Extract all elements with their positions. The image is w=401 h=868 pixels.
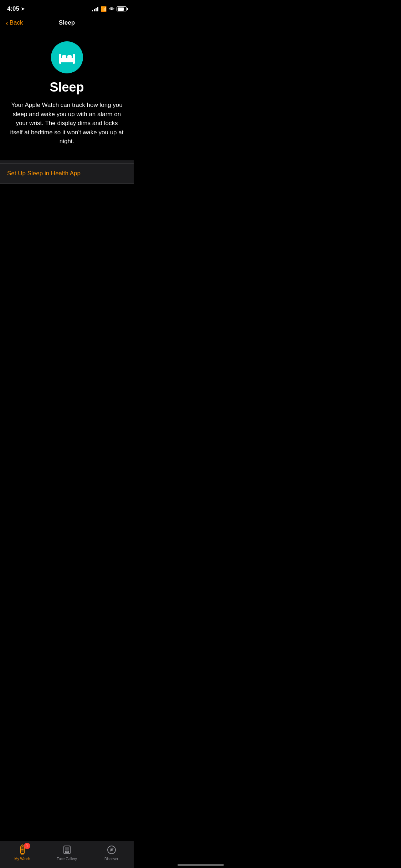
section-divider	[0, 160, 134, 163]
hero-section: Sleep Your Apple Watch can track how lon…	[0, 31, 134, 160]
hero-description: Your Apple Watch can track how long you …	[10, 100, 124, 146]
status-icons: 📶	[92, 6, 127, 12]
signal-icon	[92, 7, 98, 11]
svg-rect-1	[59, 54, 61, 64]
status-bar: 4:05 ➤ 📶	[0, 0, 134, 16]
content-space	[0, 184, 134, 326]
setup-row[interactable]: Set Up Sleep in Health App	[0, 163, 134, 184]
wifi-icon	[109, 7, 114, 11]
back-button[interactable]: ‹ Back	[6, 19, 23, 26]
sleep-icon-circle	[51, 41, 83, 73]
hero-title: Sleep	[50, 80, 84, 95]
svg-rect-3	[62, 55, 66, 58]
bed-icon	[58, 50, 76, 64]
setup-link[interactable]: Set Up Sleep in Health App	[7, 170, 81, 177]
nav-title: Sleep	[59, 19, 75, 26]
back-label: Back	[10, 19, 23, 26]
back-chevron-icon: ‹	[6, 19, 8, 26]
svg-rect-4	[67, 55, 72, 58]
svg-rect-0	[59, 58, 75, 62]
location-icon: ➤	[21, 6, 25, 11]
status-time: 4:05 ➤	[7, 5, 25, 12]
battery-icon	[117, 6, 127, 11]
nav-bar: ‹ Back Sleep	[0, 16, 134, 31]
svg-rect-2	[73, 54, 75, 64]
wifi-icon: 📶	[101, 6, 107, 12]
